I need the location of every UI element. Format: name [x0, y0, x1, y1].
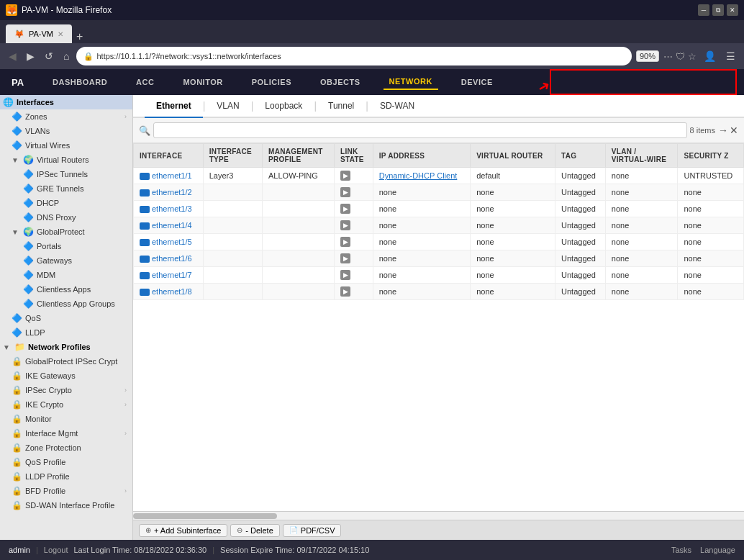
table-row[interactable]: ethernet1/3▶nonenoneUntaggednonenone	[134, 201, 744, 217]
sidebar-item-qos[interactable]: 🔷 QoS	[6, 311, 132, 325]
nav-next-btn[interactable]: →	[718, 125, 728, 136]
sidebar-item-mdm[interactable]: 🔷 MDM	[17, 268, 132, 282]
logout-btn[interactable]: Logout	[44, 546, 68, 554]
cell-interface[interactable]: ethernet1/2	[134, 184, 204, 201]
interface-link[interactable]: ethernet1/5	[152, 238, 192, 246]
new-tab-btn[interactable]: +	[72, 30, 87, 43]
nav-device[interactable]: DEVICE	[455, 75, 499, 89]
cell-link-state[interactable]: ▶	[335, 267, 373, 284]
tab-ethernet[interactable]: Ethernet	[145, 95, 203, 118]
sidebar-item-dns-proxy[interactable]: 🔷 DNS Proxy	[17, 210, 132, 225]
monitor-icon[interactable]: ▶	[340, 253, 350, 263]
cell-interface[interactable]: ethernet1/4	[134, 217, 204, 234]
back-btn[interactable]: ◀	[6, 49, 19, 63]
sidebar-item-sdwan-profile[interactable]: 🔒 SD-WAN Interface Profile	[6, 498, 132, 512]
sidebar-item-lldp[interactable]: 🔷 LLDP	[6, 325, 132, 340]
scroll-thumb[interactable]	[133, 513, 277, 519]
table-row[interactable]: ethernet1/2▶nonenoneUntaggednonenone	[134, 184, 744, 201]
sidebar-item-gateways[interactable]: 🔷 Gateways	[17, 253, 132, 268]
sidebar-item-lldp-profile[interactable]: 🔒 LLDP Profile	[6, 469, 132, 484]
sidebar-item-ipsec-crypto[interactable]: 🔒 IPSec Crypto ›	[6, 383, 132, 397]
nav-acc[interactable]: ACC	[130, 75, 160, 89]
monitor-icon[interactable]: ▶	[340, 237, 350, 247]
star-icon[interactable]: ☆	[688, 51, 697, 62]
home-btn[interactable]: ⌂	[60, 49, 72, 63]
browser-tab[interactable]: 🦊 PA-VM ✕	[6, 24, 72, 43]
horizontal-scrollbar[interactable]	[133, 511, 744, 520]
tab-loopback[interactable]: Loopback	[253, 95, 314, 118]
cell-interface[interactable]: ethernet1/7	[134, 267, 204, 284]
cell-interface[interactable]: ethernet1/5	[134, 234, 204, 250]
cell-link-state[interactable]: ▶	[335, 284, 373, 300]
cell-ip-address[interactable]: Dynamic-DHCP Client	[373, 168, 470, 184]
table-row[interactable]: ethernet1/4▶nonenoneUntaggednonenone	[134, 217, 744, 234]
interface-link[interactable]: ethernet1/8	[152, 287, 192, 296]
sidebar-item-bfd-profile[interactable]: 🔒 BFD Profile ›	[6, 484, 132, 498]
nav-monitor[interactable]: MONITOR	[177, 75, 228, 89]
add-subinterface-btn[interactable]: ⊕ + Add Subinterface	[139, 524, 227, 537]
sidebar-item-vlans[interactable]: 🔷 VLANs	[6, 124, 132, 138]
interface-link[interactable]: ethernet1/1	[152, 171, 192, 180]
nav-network[interactable]: NETWORK	[384, 74, 438, 90]
reload-btn[interactable]: ↺	[42, 49, 56, 63]
sidebar-item-clientless-app-groups[interactable]: 🔷 Clientless App Groups	[17, 297, 132, 311]
cell-link-state[interactable]: ▶	[335, 250, 373, 267]
sidebar-item-virtual-wires[interactable]: 🔷 Virtual Wires	[6, 138, 132, 153]
minimize-btn[interactable]: ─	[698, 4, 709, 16]
restore-btn[interactable]: ⧉	[712, 4, 724, 16]
monitor-icon[interactable]: ▶	[340, 286, 350, 297]
cell-link-state[interactable]: ▶	[335, 201, 373, 217]
table-row[interactable]: ethernet1/5▶nonenoneUntaggednonenone	[134, 234, 744, 250]
interface-link[interactable]: ethernet1/7	[152, 271, 192, 279]
sidebar-item-zone-protection[interactable]: 🔒 Zone Protection	[6, 441, 132, 455]
shield-icon[interactable]: 🛡	[676, 51, 685, 62]
sidebar-item-gp-ipsec-crypto[interactable]: 🔒 GlobalProtect IPSec Crypt	[6, 354, 132, 369]
table-row[interactable]: ethernet1/8▶nonenoneUntaggednonenone	[134, 284, 744, 300]
language-link[interactable]: Language	[700, 546, 735, 554]
sidebar-item-interface-mgmt[interactable]: 🔒 Interface Mgmt ›	[6, 426, 132, 441]
ip-link[interactable]: Dynamic-DHCP Client	[379, 171, 458, 180]
sidebar-item-ike-gateways[interactable]: 🔒 IKE Gateways	[6, 369, 132, 383]
sidebar-item-virtual-routers[interactable]: ▼ 🌍 Virtual Routers	[6, 153, 132, 167]
table-row[interactable]: ethernet1/1Layer3ALLOW-PING▶Dynamic-DHCP…	[134, 168, 744, 184]
monitor-icon[interactable]: ▶	[340, 270, 350, 280]
tasks-link[interactable]: Tasks	[671, 546, 691, 554]
monitor-icon[interactable]: ▶	[340, 187, 350, 197]
pdf-csv-btn[interactable]: 📄 PDF/CSV	[283, 524, 342, 537]
sidebar-item-ipsec-tunnels[interactable]: 🔷 IPSec Tunnels	[17, 167, 132, 181]
tab-tunnel[interactable]: Tunnel	[317, 95, 366, 118]
search-input[interactable]	[153, 122, 687, 138]
clear-search-btn[interactable]: ✕	[730, 125, 738, 136]
menu-btn[interactable]: ☰	[723, 49, 738, 63]
monitor-icon[interactable]: ▶	[340, 220, 350, 230]
sidebar-item-gre-tunnels[interactable]: 🔷 GRE Tunnels	[17, 181, 132, 196]
cell-interface[interactable]: ethernet1/1	[134, 168, 204, 184]
interface-link[interactable]: ethernet1/2	[152, 188, 192, 197]
forward-btn[interactable]: ▶	[24, 49, 37, 63]
table-row[interactable]: ethernet1/6▶nonenoneUntaggednonenone	[134, 250, 744, 267]
sidebar-item-qos-profile[interactable]: 🔒 QoS Profile	[6, 455, 132, 469]
monitor-icon[interactable]: ▶	[340, 171, 350, 181]
nav-dashboard[interactable]: DASHBOARD	[47, 75, 113, 89]
nav-policies[interactable]: POLICIES	[246, 75, 297, 89]
close-tab-btn[interactable]: ✕	[58, 30, 63, 38]
close-btn[interactable]: ✕	[727, 4, 738, 16]
sidebar-item-zones[interactable]: 🔷 Zones ›	[6, 109, 132, 124]
sidebar-item-ike-crypto[interactable]: 🔒 IKE Crypto ›	[6, 397, 132, 412]
interface-link[interactable]: ethernet1/4	[152, 221, 192, 230]
cell-interface[interactable]: ethernet1/8	[134, 284, 204, 300]
sidebar-item-interfaces[interactable]: 🌐 Interfaces	[0, 95, 132, 109]
cell-interface[interactable]: ethernet1/6	[134, 250, 204, 267]
sidebar-item-globalprotect[interactable]: ▼ 🌍 GlobalProtect	[6, 225, 132, 239]
table-row[interactable]: ethernet1/7▶nonenoneUntaggednonenone	[134, 267, 744, 284]
bookmarks-icon[interactable]: ⋯	[663, 51, 673, 62]
cell-interface[interactable]: ethernet1/3	[134, 201, 204, 217]
cell-link-state[interactable]: ▶	[335, 234, 373, 250]
sidebar-item-dhcp[interactable]: 🔷 DHCP	[17, 196, 132, 210]
tab-vlan[interactable]: VLAN	[205, 95, 250, 118]
sidebar-item-network-profiles[interactable]: ▼ 📁 Network Profiles	[0, 340, 132, 354]
nav-objects[interactable]: OBJECTS	[314, 75, 366, 89]
url-box[interactable]: 🔒 https://10.1.1.1/?#network::vsys1::net…	[76, 47, 632, 66]
interface-link[interactable]: ethernet1/6	[152, 254, 192, 263]
interface-link[interactable]: ethernet1/3	[152, 204, 192, 213]
